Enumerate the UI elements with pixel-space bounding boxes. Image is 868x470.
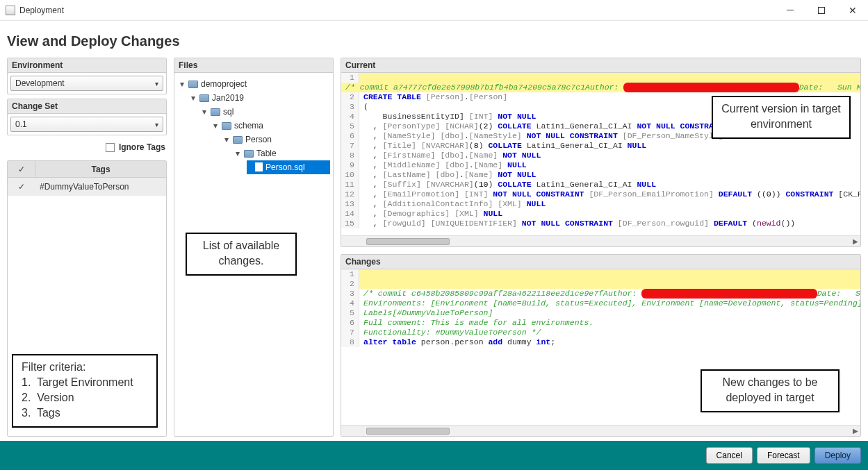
changeset-value: 0.1: [15, 119, 27, 129]
environment-value: Development: [15, 78, 65, 88]
chevron-down-icon: ▾: [155, 80, 158, 87]
environment-label: Environment: [8, 58, 166, 73]
file-icon: [255, 162, 263, 171]
current-label: Current: [341, 58, 860, 73]
deploy-button[interactable]: Deploy: [814, 447, 861, 464]
changeset-panel: Change Set 0.1 ▾: [7, 99, 167, 135]
code-line: 7Functionality: #DummyValueToPerson */: [341, 328, 860, 337]
code-line: 15 , [rowguid] [UNIQUEIDENTIFIER] NOT NU…: [341, 219, 860, 228]
window-title: Deployment: [19, 6, 64, 15]
tree-node-person-sql[interactable]: Person.sql: [247, 160, 330, 174]
folder-icon: [233, 136, 243, 144]
window-close-button[interactable]: ✕: [837, 0, 868, 21]
code-line: 4Environments: [Environment [name=Build,…: [341, 299, 860, 308]
tags-column-header: Tags: [35, 165, 166, 174]
tree-node-schema[interactable]: ▾schema ▾Person ▾Table Person.sql: [213, 119, 330, 174]
tag-row[interactable]: ✓ #DummyValueToPerson: [8, 178, 166, 196]
code-line: 10 , [LastName] [dbo].[Name] NOT NULL: [341, 170, 860, 180]
folder-icon: [244, 150, 254, 158]
code-line: 1/* commit a74777cfde2e57908b7b1fb4ba742…: [341, 73, 860, 92]
code-line: 6Full comment: This is made for all envi…: [341, 318, 860, 328]
callout-changes: New changes to be deployed in target: [701, 369, 840, 412]
callout-current: Current version in target environment: [712, 96, 851, 139]
window-titlebar: Deployment ✕: [0, 0, 868, 21]
changes-scrollbar[interactable]: ▶: [341, 425, 860, 436]
changeset-dropdown[interactable]: 0.1 ▾: [10, 117, 163, 132]
callout-filter: Filter criteria: 1. Target Environment 2…: [12, 354, 158, 428]
page-title: View and Deploy Changes: [0, 21, 868, 58]
check-icon: ✓: [18, 182, 25, 192]
current-panel: Current 1/* commit a74777cfde2e57908b7b1…: [341, 58, 861, 247]
code-line: 2: [341, 279, 860, 289]
app-icon: [6, 6, 15, 15]
code-line: 5Labels[#DummyValueToPerson]: [341, 308, 860, 318]
code-line: 13 , [AdditionalContactInfo] [XML] NULL: [341, 199, 860, 209]
code-line: 8 , [FirstName] [dbo].[Name] NOT NULL: [341, 151, 860, 160]
code-line: 1: [341, 269, 860, 279]
forecast-button[interactable]: Forecast: [757, 447, 810, 464]
files-panel: Files ▾demoproject ▾Jan2019 ▾sql ▾schema: [174, 58, 334, 437]
folder-icon: [222, 122, 231, 130]
cancel-button[interactable]: Cancel: [706, 447, 753, 464]
current-scrollbar[interactable]: ▶: [341, 235, 860, 246]
tree-node-person[interactable]: ▾Person ▾Table Person.sql: [224, 133, 330, 174]
tree-node-table[interactable]: ▾Table Person.sql: [236, 146, 330, 174]
tree-node-demoproject[interactable]: ▾demoproject ▾Jan2019 ▾sql ▾schema ▾Pers…: [180, 77, 330, 174]
code-line: 8alter table person.person add dummy int…: [341, 337, 860, 347]
folder-icon: [199, 94, 209, 102]
ignore-tags-row: Ignore Tags: [7, 140, 167, 155]
footer: Cancel Forecast Deploy: [0, 441, 868, 470]
window-maximize-button[interactable]: [805, 0, 837, 21]
ignore-tags-checkbox[interactable]: [106, 143, 115, 152]
changeset-label: Change Set: [8, 99, 166, 114]
files-tree: ▾demoproject ▾Jan2019 ▾sql ▾schema ▾Pers…: [174, 73, 333, 436]
code-line: 7 , [Title] [NVARCHAR](8) COLLATE Latin1…: [341, 141, 860, 151]
window-minimize-button[interactable]: [774, 0, 805, 21]
tag-label: #DummyValueToPerson: [35, 182, 166, 192]
tags-column-check: ✓: [8, 161, 35, 177]
folder-icon: [188, 81, 198, 88]
code-line: 9 , [MiddleName] [dbo].[Name] NULL: [341, 160, 860, 170]
folder-icon: [211, 108, 220, 116]
tree-node-jan2019[interactable]: ▾Jan2019 ▾sql ▾schema ▾Person: [191, 91, 330, 174]
environment-panel: Environment Development ▾: [7, 58, 167, 94]
tags-panel: ✓ Tags ✓ #DummyValueToPerson Filter crit…: [7, 160, 167, 437]
tree-node-sql[interactable]: ▾sql ▾schema ▾Person ▾Table: [202, 105, 330, 174]
code-line: 12 , [EmailPromotion] [INT] NOT NULL CON…: [341, 190, 860, 199]
code-line: 3/* commit c6458b2085809c99aff28a4622118…: [341, 289, 860, 299]
changes-panel: Changes 123/* commit c6458b2085809c99aff…: [341, 254, 861, 437]
callout-files: List of available changes.: [186, 233, 297, 276]
ignore-tags-label: Ignore Tags: [119, 142, 165, 152]
environment-dropdown[interactable]: Development ▾: [10, 76, 163, 91]
code-line: 14 , [Demographics] [XML] NULL: [341, 209, 860, 219]
chevron-down-icon: ▾: [155, 121, 158, 128]
code-line: 11 , [Suffix] [NVARCHAR](10) COLLATE Lat…: [341, 180, 860, 190]
files-label: Files: [174, 58, 333, 73]
changes-label: Changes: [341, 255, 860, 269]
